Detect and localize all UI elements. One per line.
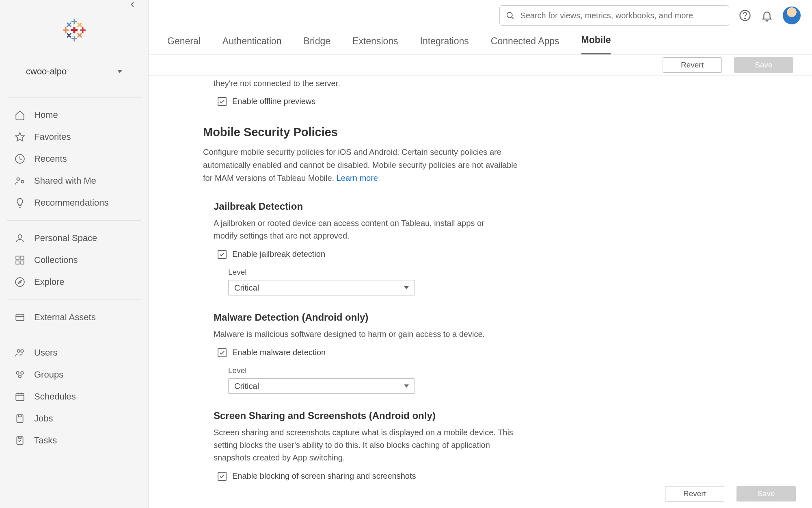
top-bar: [149, 0, 812, 31]
jailbreak-desc: A jailbroken or rooted device can access…: [214, 217, 498, 242]
users-icon: [15, 347, 25, 358]
tab-authentication[interactable]: Authentication: [222, 36, 282, 54]
action-bar: Revert Save: [149, 54, 812, 76]
svg-point-42: [507, 13, 512, 18]
sidebar-item-jobs[interactable]: Jobs: [7, 408, 141, 430]
svg-point-22: [18, 234, 22, 238]
sidebar-item-label: Recommendations: [34, 198, 108, 208]
screenshare-desc: Screen sharing and screenshots capture w…: [214, 426, 522, 464]
star-icon: [15, 132, 25, 142]
jailbreak-level-label: Level: [228, 268, 587, 277]
site-name: cwoo-alpo: [26, 66, 67, 77]
sidebar-item-groups[interactable]: Groups: [7, 364, 141, 386]
svg-rect-40: [17, 415, 23, 423]
svg-marker-28: [18, 280, 22, 284]
svg-rect-29: [16, 314, 24, 320]
save-button[interactable]: Save: [734, 57, 793, 73]
svg-point-32: [21, 350, 23, 352]
sidebar-item-label: Personal Space: [34, 233, 97, 243]
person-icon: [15, 233, 25, 243]
security-policies-title: Mobile Security Policies: [203, 126, 587, 139]
malware-level-value: Critical: [234, 382, 259, 391]
svg-point-31: [17, 350, 20, 352]
database-icon: [15, 312, 25, 323]
tab-bridge[interactable]: Bridge: [304, 36, 330, 54]
learn-more-link[interactable]: Learn more: [337, 174, 378, 182]
offline-preview-checkbox[interactable]: [218, 97, 227, 106]
sidebar-item-external-assets[interactable]: External Assets: [7, 306, 141, 328]
screenshare-title: Screen Sharing and Screenshots (Android …: [214, 410, 587, 421]
svg-point-21: [21, 180, 24, 183]
svg-rect-24: [21, 256, 24, 259]
sidebar-item-label: Shared with Me: [34, 176, 96, 186]
home-icon: [15, 110, 25, 120]
save-button-bottom[interactable]: Save: [736, 486, 796, 501]
tab-bar: General Authentication Bridge Extensions…: [149, 31, 812, 54]
sidebar-item-label: Schedules: [34, 391, 76, 402]
offline-preview-desc-partial: they're not connected to the server.: [214, 77, 587, 89]
sidebar-item-users[interactable]: Users: [7, 342, 141, 364]
content-scroll[interactable]: they're not connected to the server. Ena…: [149, 76, 812, 508]
screenshare-checkbox-label: Enable blocking of screen sharing and sc…: [232, 471, 416, 481]
tab-integrations[interactable]: Integrations: [420, 36, 469, 54]
svg-point-20: [17, 178, 19, 180]
security-policies-desc: Configure mobile security policies for i…: [203, 145, 520, 185]
search-icon: [505, 11, 514, 20]
malware-level-select[interactable]: Critical: [228, 378, 415, 394]
svg-point-45: [745, 18, 745, 19]
malware-title: Malware Detection (Android only): [214, 312, 587, 323]
shared-icon: [15, 176, 25, 186]
help-icon[interactable]: [739, 9, 751, 22]
tasks-icon: [15, 435, 25, 446]
sidebar-item-label: Home: [34, 110, 58, 120]
chevron-down-icon: [404, 384, 409, 388]
search-input[interactable]: [520, 11, 723, 20]
sidebar-item-label: Users: [34, 347, 57, 358]
svg-point-35: [19, 375, 22, 378]
svg-point-33: [16, 371, 19, 374]
site-selector[interactable]: cwoo-alpo: [20, 62, 128, 81]
tab-mobile[interactable]: Mobile: [581, 35, 611, 54]
collapse-sidebar-icon[interactable]: [128, 0, 137, 11]
search-box[interactable]: [499, 5, 729, 26]
tab-extensions[interactable]: Extensions: [352, 36, 398, 54]
screenshare-checkbox[interactable]: [218, 472, 227, 481]
sidebar-item-collections[interactable]: Collections: [7, 249, 141, 271]
tab-general[interactable]: General: [167, 36, 201, 54]
sidebar-item-recents[interactable]: Recents: [7, 148, 141, 170]
sidebar-item-personal-space[interactable]: Personal Space: [7, 227, 141, 249]
tab-connected-apps[interactable]: Connected Apps: [491, 36, 559, 54]
clock-icon: [15, 154, 25, 164]
compass-icon: [15, 277, 25, 287]
offline-preview-label: Enable offline previews: [232, 97, 315, 106]
sidebar-item-tasks[interactable]: Tasks: [7, 430, 141, 452]
notifications-icon[interactable]: [761, 9, 773, 22]
calendar-icon: [15, 391, 25, 402]
bottom-action-bar: Revert Save: [665, 486, 796, 501]
sidebar-item-schedules[interactable]: Schedules: [7, 386, 141, 408]
jobs-icon: [15, 413, 25, 424]
sidebar-item-label: Jobs: [34, 413, 53, 424]
revert-button[interactable]: Revert: [663, 57, 722, 73]
malware-checkbox[interactable]: [218, 348, 227, 357]
user-avatar[interactable]: [783, 7, 801, 24]
jailbreak-checkbox[interactable]: [218, 250, 227, 259]
svg-point-34: [21, 371, 23, 374]
groups-icon: [15, 369, 25, 380]
sidebar-item-label: Favorites: [34, 132, 71, 142]
chevron-down-icon: [117, 70, 122, 73]
jailbreak-title: Jailbreak Detection: [214, 201, 587, 212]
revert-button-bottom[interactable]: Revert: [665, 486, 724, 501]
svg-rect-36: [16, 393, 24, 400]
jailbreak-level-select[interactable]: Critical: [228, 280, 415, 295]
sidebar-item-favorites[interactable]: Favorites: [7, 126, 141, 148]
sidebar-item-recommendations[interactable]: Recommendations: [7, 192, 141, 214]
sidebar-item-home[interactable]: Home: [7, 104, 141, 126]
svg-marker-18: [15, 132, 24, 141]
sidebar-item-explore[interactable]: Explore: [7, 271, 141, 293]
svg-point-27: [15, 278, 24, 287]
sidebar-item-shared[interactable]: Shared with Me: [7, 170, 141, 192]
jailbreak-checkbox-label: Enable jailbreak detection: [232, 250, 325, 259]
malware-level-label: Level: [228, 366, 587, 375]
svg-rect-23: [16, 256, 19, 259]
